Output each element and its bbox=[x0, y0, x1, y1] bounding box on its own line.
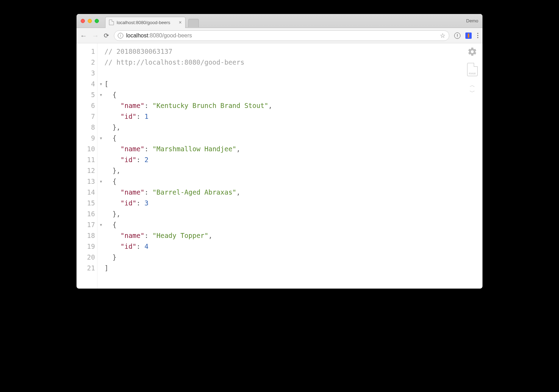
gear-icon[interactable] bbox=[467, 47, 477, 57]
tab-title: localhost:8080/good-beers bbox=[117, 20, 170, 25]
page-content: 1234▼5▼6789▼10111213▼14151617▼18192021 /… bbox=[77, 43, 482, 289]
line-number: 19 bbox=[77, 241, 97, 252]
line-number: 11 bbox=[77, 154, 97, 165]
new-tab-button[interactable] bbox=[188, 19, 199, 27]
close-tab-icon[interactable]: × bbox=[179, 20, 182, 25]
viewer-side-controls: RAW ︿ ﹀ bbox=[467, 47, 478, 95]
line-number: 20 bbox=[77, 252, 97, 263]
line-number: 10 bbox=[77, 144, 97, 154]
line-number: 15 bbox=[77, 198, 97, 209]
chevron-up-icon[interactable]: ︿ bbox=[470, 82, 475, 88]
line-number: 5▼ bbox=[77, 89, 97, 100]
window-controls bbox=[81, 19, 99, 23]
extension-icon[interactable] bbox=[465, 32, 472, 39]
alert-icon[interactable]: ! bbox=[454, 32, 460, 39]
url-text: localhost:8080/good-beers bbox=[126, 32, 192, 39]
collapse-controls: ︿ ﹀ bbox=[470, 82, 475, 95]
chevron-down-icon[interactable]: ﹀ bbox=[470, 89, 475, 95]
browser-tab[interactable]: localhost:8080/good-beers × bbox=[105, 17, 186, 28]
fold-toggle-icon[interactable]: ▼ bbox=[100, 176, 102, 187]
fold-toggle-icon[interactable]: ▼ bbox=[100, 133, 102, 144]
raw-toggle-icon[interactable]: RAW bbox=[467, 63, 478, 76]
close-window-icon[interactable] bbox=[81, 19, 85, 23]
json-code: // 20180830063137 // http://localhost:80… bbox=[97, 43, 482, 289]
line-number: 12 bbox=[77, 165, 97, 176]
fold-toggle-icon[interactable]: ▼ bbox=[100, 79, 102, 89]
line-number: 14 bbox=[77, 187, 97, 198]
fold-toggle-icon[interactable]: ▼ bbox=[100, 219, 102, 230]
line-number: 21 bbox=[77, 263, 97, 274]
menu-icon[interactable] bbox=[477, 33, 479, 38]
line-number: 17▼ bbox=[77, 219, 97, 230]
line-number: 8 bbox=[77, 122, 97, 133]
line-number: 16 bbox=[77, 209, 97, 219]
browser-window: localhost:8080/good-beers × Demo ← → ⟳ i… bbox=[77, 14, 482, 289]
file-icon bbox=[109, 20, 114, 25]
site-info-icon[interactable]: i bbox=[118, 33, 123, 38]
line-number: 2 bbox=[77, 57, 97, 68]
bookmark-icon[interactable]: ☆ bbox=[440, 32, 445, 39]
back-icon[interactable]: ← bbox=[80, 32, 87, 39]
profile-label[interactable]: Demo bbox=[466, 18, 478, 23]
fold-toggle-icon[interactable]: ▼ bbox=[100, 89, 102, 100]
line-number: 1 bbox=[77, 46, 97, 57]
line-number: 7 bbox=[77, 111, 97, 122]
line-gutter: 1234▼5▼6789▼10111213▼14151617▼18192021 bbox=[77, 43, 97, 289]
zoom-window-icon[interactable] bbox=[95, 19, 99, 23]
line-number: 6 bbox=[77, 100, 97, 111]
line-number: 3 bbox=[77, 68, 97, 79]
forward-icon: → bbox=[92, 32, 99, 39]
line-number: 18 bbox=[77, 230, 97, 241]
minimize-window-icon[interactable] bbox=[88, 19, 92, 23]
address-bar[interactable]: i localhost:8080/good-beers ☆ bbox=[114, 30, 449, 41]
line-number: 9▼ bbox=[77, 133, 97, 144]
line-number: 13▼ bbox=[77, 176, 97, 187]
line-number: 4▼ bbox=[77, 79, 97, 89]
toolbar: ← → ⟳ i localhost:8080/good-beers ☆ ! bbox=[77, 28, 482, 43]
reload-icon[interactable]: ⟳ bbox=[104, 32, 109, 39]
tab-strip: localhost:8080/good-beers × Demo bbox=[77, 14, 482, 28]
